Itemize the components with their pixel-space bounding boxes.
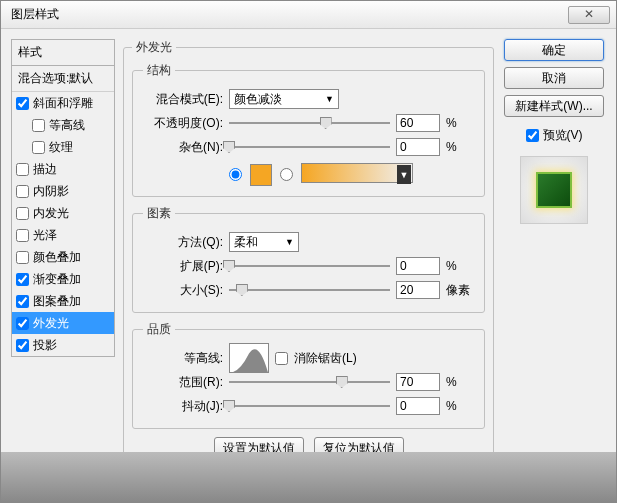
opacity-slider[interactable] bbox=[229, 114, 390, 132]
style-checkbox[interactable] bbox=[16, 317, 29, 330]
style-checkbox[interactable] bbox=[16, 251, 29, 264]
style-label: 纹理 bbox=[49, 139, 73, 156]
style-row[interactable]: 内发光 bbox=[12, 202, 114, 224]
spread-unit: % bbox=[446, 259, 474, 273]
technique-label: 方法(Q): bbox=[143, 234, 223, 251]
style-checkbox[interactable] bbox=[16, 295, 29, 308]
style-row[interactable]: 纹理 bbox=[12, 136, 114, 158]
style-label: 描边 bbox=[33, 161, 57, 178]
outer-glow-group: 外发光 结构 混合模式(E): 颜色减淡 ▼ 不透明度(O): bbox=[123, 39, 494, 472]
jitter-input[interactable] bbox=[396, 397, 440, 415]
preview-label: 预览(V) bbox=[543, 127, 583, 144]
chevron-down-icon: ▼ bbox=[325, 94, 334, 104]
elements-group: 图素 方法(Q): 柔和 ▼ 扩展(P): % bbox=[132, 205, 485, 313]
chevron-down-icon: ▼ bbox=[397, 165, 411, 184]
style-row[interactable]: 渐变叠加 bbox=[12, 268, 114, 290]
size-slider[interactable] bbox=[229, 281, 390, 299]
style-row[interactable]: 斜面和浮雕 bbox=[12, 92, 114, 114]
contour-picker[interactable] bbox=[229, 343, 269, 373]
style-label: 内阴影 bbox=[33, 183, 69, 200]
noise-label: 杂色(N): bbox=[143, 139, 223, 156]
style-checkbox[interactable] bbox=[16, 207, 29, 220]
chevron-down-icon: ▼ bbox=[285, 237, 294, 247]
range-slider[interactable] bbox=[229, 373, 390, 391]
style-checkbox[interactable] bbox=[16, 163, 29, 176]
structure-group: 结构 混合模式(E): 颜色减淡 ▼ 不透明度(O): % bbox=[132, 62, 485, 197]
noise-slider[interactable] bbox=[229, 138, 390, 156]
structure-legend: 结构 bbox=[143, 62, 175, 79]
style-label: 内发光 bbox=[33, 205, 69, 222]
jitter-label: 抖动(J): bbox=[143, 398, 223, 415]
panel-title: 外发光 bbox=[132, 39, 176, 56]
style-checkbox[interactable] bbox=[32, 141, 45, 154]
size-input[interactable] bbox=[396, 281, 440, 299]
dialog-title: 图层样式 bbox=[11, 6, 59, 23]
main-panel: 外发光 结构 混合模式(E): 颜色减淡 ▼ 不透明度(O): bbox=[123, 39, 494, 439]
antialias-checkbox[interactable] bbox=[275, 352, 288, 365]
spread-input[interactable] bbox=[396, 257, 440, 275]
cancel-button[interactable]: 取消 bbox=[504, 67, 604, 89]
range-unit: % bbox=[446, 375, 474, 389]
styles-list: 混合选项:默认 斜面和浮雕等高线纹理描边内阴影内发光光泽颜色叠加渐变叠加图案叠加… bbox=[11, 65, 115, 357]
right-panel: 确定 取消 新建样式(W)... 预览(V) bbox=[502, 39, 606, 439]
size-unit: 像素 bbox=[446, 282, 474, 299]
gradient-picker[interactable]: ▼ bbox=[301, 163, 413, 186]
ok-button[interactable]: 确定 bbox=[504, 39, 604, 61]
style-row[interactable]: 图案叠加 bbox=[12, 290, 114, 312]
color-solid-radio[interactable] bbox=[229, 168, 242, 181]
spread-label: 扩展(P): bbox=[143, 258, 223, 275]
opacity-label: 不透明度(O): bbox=[143, 115, 223, 132]
color-swatch[interactable] bbox=[250, 164, 272, 186]
style-checkbox[interactable] bbox=[16, 185, 29, 198]
blend-mode-label: 混合模式(E): bbox=[143, 91, 223, 108]
color-gradient-radio[interactable] bbox=[280, 168, 293, 181]
opacity-input[interactable] bbox=[396, 114, 440, 132]
style-label: 渐变叠加 bbox=[33, 271, 81, 288]
style-label: 斜面和浮雕 bbox=[33, 95, 93, 112]
technique-value: 柔和 bbox=[234, 234, 258, 251]
preview-thumbnail bbox=[520, 156, 588, 224]
noise-unit: % bbox=[446, 140, 474, 154]
close-button[interactable]: ✕ bbox=[568, 6, 610, 24]
style-label: 等高线 bbox=[49, 117, 85, 134]
styles-panel: 样式 混合选项:默认 斜面和浮雕等高线纹理描边内阴影内发光光泽颜色叠加渐变叠加图… bbox=[11, 39, 115, 439]
style-row[interactable]: 颜色叠加 bbox=[12, 246, 114, 268]
quality-group: 品质 等高线: 消除锯齿(L) 范围(R): % bbox=[132, 321, 485, 429]
style-row[interactable]: 等高线 bbox=[12, 114, 114, 136]
technique-dropdown[interactable]: 柔和 ▼ bbox=[229, 232, 299, 252]
jitter-unit: % bbox=[446, 399, 474, 413]
elements-legend: 图素 bbox=[143, 205, 175, 222]
style-label: 外发光 bbox=[33, 315, 69, 332]
range-label: 范围(R): bbox=[143, 374, 223, 391]
style-row[interactable]: 描边 bbox=[12, 158, 114, 180]
style-checkbox[interactable] bbox=[32, 119, 45, 132]
style-row[interactable]: 投影 bbox=[12, 334, 114, 356]
style-row[interactable]: 光泽 bbox=[12, 224, 114, 246]
preview-gem-icon bbox=[536, 172, 572, 208]
style-checkbox[interactable] bbox=[16, 339, 29, 352]
blend-mode-dropdown[interactable]: 颜色减淡 ▼ bbox=[229, 89, 339, 109]
spread-slider[interactable] bbox=[229, 257, 390, 275]
range-input[interactable] bbox=[396, 373, 440, 391]
style-row[interactable]: 内阴影 bbox=[12, 180, 114, 202]
footer-gradient bbox=[1, 452, 616, 502]
style-label: 光泽 bbox=[33, 227, 57, 244]
style-checkbox[interactable] bbox=[16, 97, 29, 110]
titlebar: 图层样式 ✕ bbox=[1, 1, 616, 29]
style-checkbox[interactable] bbox=[16, 273, 29, 286]
layer-style-dialog: 图层样式 ✕ 样式 混合选项:默认 斜面和浮雕等高线纹理描边内阴影内发光光泽颜色… bbox=[0, 0, 617, 503]
new-style-button[interactable]: 新建样式(W)... bbox=[504, 95, 604, 117]
contour-label: 等高线: bbox=[143, 350, 223, 367]
noise-input[interactable] bbox=[396, 138, 440, 156]
style-checkbox[interactable] bbox=[16, 229, 29, 242]
style-row[interactable]: 外发光 bbox=[12, 312, 114, 334]
quality-legend: 品质 bbox=[143, 321, 175, 338]
antialias-label: 消除锯齿(L) bbox=[294, 350, 357, 367]
jitter-slider[interactable] bbox=[229, 397, 390, 415]
blend-options-row[interactable]: 混合选项:默认 bbox=[12, 66, 114, 92]
opacity-unit: % bbox=[446, 116, 474, 130]
preview-checkbox[interactable] bbox=[526, 129, 539, 142]
styles-header: 样式 bbox=[11, 39, 115, 65]
style-label: 投影 bbox=[33, 337, 57, 354]
blend-mode-value: 颜色减淡 bbox=[234, 91, 282, 108]
